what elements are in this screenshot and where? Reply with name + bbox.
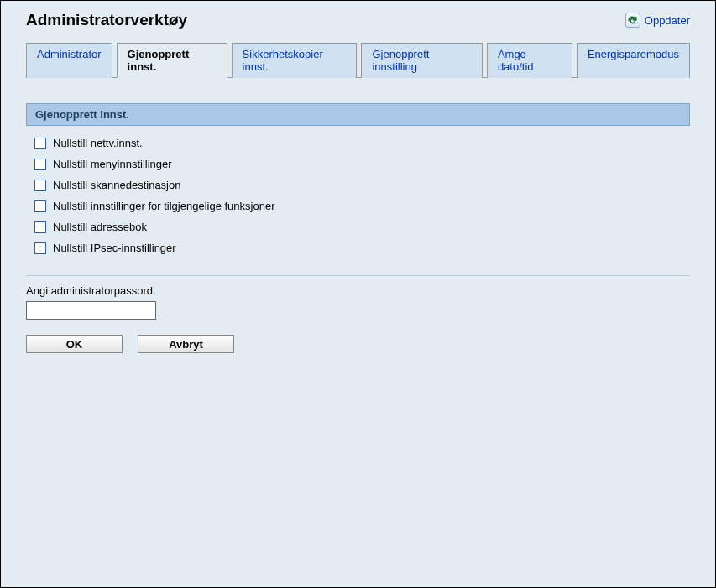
section-header: Gjenopprett innst. [26, 103, 690, 126]
header-row: Administratorverktøy Oppdater [26, 11, 690, 29]
tab-sikkerhetskopier-innst[interactable]: Sikkerhetskopier innst. [232, 43, 358, 78]
admin-password-input[interactable] [26, 301, 156, 320]
checkbox-list: Nullstill nettv.innst. Nullstill menyinn… [26, 133, 690, 258]
checkbox-skanne[interactable] [34, 180, 46, 191]
checkbox-label[interactable]: Nullstill nettv.innst. [53, 137, 143, 149]
refresh-label: Oppdater [645, 14, 690, 27]
checkbox-item-adressebok: Nullstill adressebok [34, 216, 682, 237]
page-title: Administratorverktøy [26, 11, 187, 29]
checkbox-ipsec[interactable] [34, 242, 46, 254]
tab-energisparemodus[interactable]: Energisparemodus [577, 43, 690, 78]
cancel-button[interactable]: Avbryt [138, 335, 234, 353]
tab-gjenopprett-innstilling[interactable]: Gjenopprett innstilling [361, 43, 482, 78]
ok-button[interactable]: OK [26, 335, 123, 353]
checkbox-label[interactable]: Nullstill adressebok [53, 221, 147, 233]
checkbox-item-tilgjengelige: Nullstill innstillinger for tilgjengelig… [34, 195, 682, 216]
tab-amgo-dato-tid[interactable]: Amgo dato/tid [487, 43, 572, 78]
checkbox-item-ipsec: Nullstill IPsec-innstillinger [34, 237, 682, 258]
button-row: OK Avbryt [26, 335, 690, 353]
checkbox-label[interactable]: Nullstill IPsec-innstillinger [53, 242, 176, 254]
checkbox-adressebok[interactable] [34, 221, 46, 233]
tabs-row: Administrator Gjenopprett innst. Sikkerh… [26, 42, 690, 78]
checkbox-meny[interactable] [34, 159, 46, 170]
checkbox-item-meny: Nullstill menyinnstillinger [34, 154, 682, 174]
separator [26, 275, 690, 276]
refresh-icon [625, 13, 640, 28]
checkbox-nettv[interactable] [34, 138, 46, 149]
checkbox-tilgjengelige[interactable] [34, 200, 46, 212]
checkbox-item-skanne: Nullstill skannedestinasjon [34, 174, 682, 195]
password-prompt: Angi administratorpassord. [26, 284, 690, 297]
main-frame: Administratorverktøy Oppdater Administra… [0, 0, 716, 588]
password-section: Angi administratorpassord. [26, 284, 690, 320]
tab-administrator[interactable]: Administrator [26, 43, 112, 78]
refresh-button[interactable]: Oppdater [625, 13, 690, 28]
checkbox-item-nettv: Nullstill nettv.innst. [34, 133, 682, 154]
checkbox-label[interactable]: Nullstill menyinnstillinger [53, 158, 172, 170]
checkbox-label[interactable]: Nullstill skannedestinasjon [53, 179, 180, 191]
tab-gjenopprett-innst[interactable]: Gjenopprett innst. [117, 43, 227, 78]
checkbox-label[interactable]: Nullstill innstillinger for tilgjengelig… [53, 200, 274, 212]
